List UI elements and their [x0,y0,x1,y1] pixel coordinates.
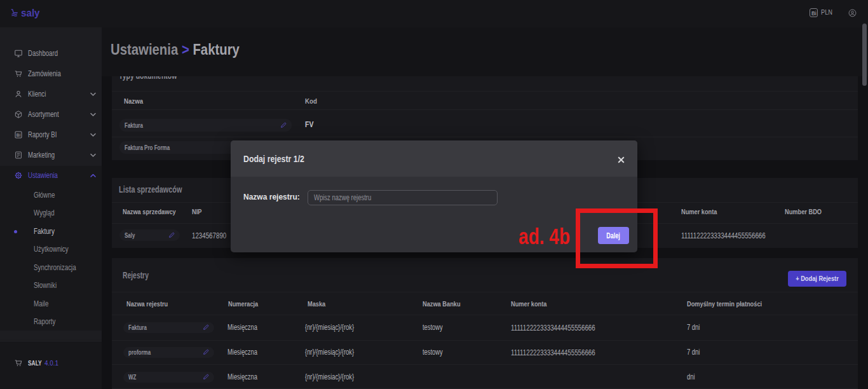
svg-text:Bi: Bi [17,133,21,137]
